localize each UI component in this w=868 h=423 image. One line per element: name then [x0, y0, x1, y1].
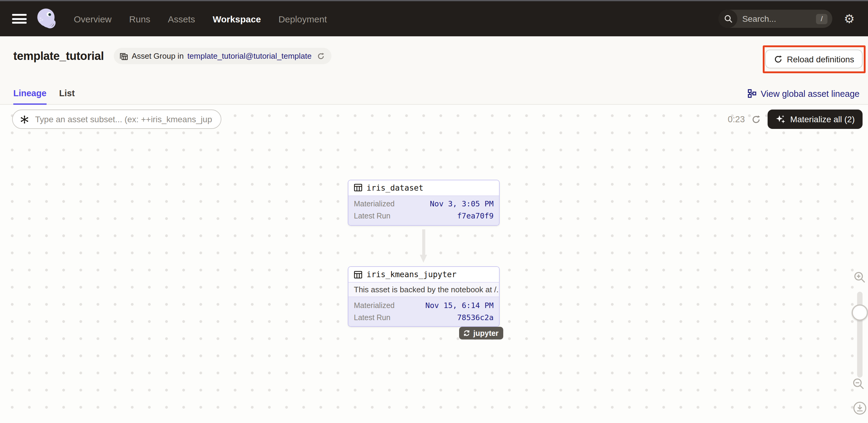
- stat-label: Latest Run: [354, 212, 391, 220]
- asset-group-label: Asset Group in: [131, 52, 184, 61]
- tab-bar: Lineage List: [13, 88, 75, 104]
- reload-location-icon[interactable]: [317, 52, 325, 60]
- asset-group-pill[interactable]: Asset Group in template_tutorial@tutoria…: [114, 48, 332, 64]
- asset-subset-input[interactable]: [34, 114, 214, 125]
- download-image-icon[interactable]: [853, 401, 867, 418]
- asset-node-iris-kmeans-jupyter[interactable]: iris_kmeans_jupyter This asset is backed…: [348, 266, 500, 327]
- zoom-slider[interactable]: [857, 291, 862, 377]
- stat-value[interactable]: Nov 15, 6:14 PM: [425, 300, 494, 309]
- sparkle-icon: [776, 114, 786, 124]
- nav-overview[interactable]: Overview: [74, 13, 112, 24]
- search-box[interactable]: /: [719, 10, 832, 28]
- nav-workspace[interactable]: Workspace: [213, 13, 261, 24]
- run-id-link[interactable]: 78536c2a: [457, 312, 494, 322]
- nav-deployment[interactable]: Deployment: [279, 13, 327, 24]
- asset-description: This asset is backed by the notebook at …: [348, 282, 499, 297]
- tab-list[interactable]: List: [59, 88, 75, 104]
- stat-label: Materialized: [354, 200, 395, 208]
- zoom-slider-handle[interactable]: [851, 304, 868, 321]
- tag-label: jupyter: [473, 329, 498, 337]
- lineage-edge-arrow: [420, 229, 428, 263]
- lineage-graph-icon: [747, 89, 756, 98]
- tab-lineage[interactable]: Lineage: [13, 88, 46, 104]
- search-shortcut-badge: /: [816, 13, 828, 24]
- op-selector-icon: [20, 115, 29, 124]
- page-title: template_tutorial: [13, 49, 104, 63]
- search-icon: [719, 10, 737, 28]
- materialized-row: Materialized Nov 3, 3:05 PM: [348, 198, 499, 210]
- latest-run-row: Latest Run f7ea70f9: [348, 210, 499, 222]
- refresh-icon[interactable]: [751, 114, 761, 124]
- code-location-link[interactable]: template_tutorial@tutorial_template: [187, 52, 311, 61]
- table-grid-icon: [354, 183, 362, 192]
- stat-label: Latest Run: [354, 313, 391, 322]
- asset-node-iris-dataset[interactable]: iris_dataset Materialized Nov 3, 3:05 PM…: [348, 179, 500, 225]
- annotation-highlight: Reload definitions: [763, 45, 865, 73]
- asset-group-table-icon: [119, 52, 128, 61]
- materialize-all-button[interactable]: Materialize all (2): [768, 110, 863, 129]
- menu-icon[interactable]: [12, 14, 27, 24]
- asset-name: iris_kmeans_jupyter: [367, 270, 456, 279]
- materialize-all-label: Materialize all (2): [790, 114, 855, 124]
- page-header: template_tutorial Asset Group in templat…: [0, 36, 868, 104]
- graph-toolbar-right: 0:23 Materialize all (2): [728, 110, 863, 129]
- zoom-in-icon[interactable]: [852, 271, 866, 286]
- primary-nav: Overview Runs Assets Workspace Deploymen…: [74, 13, 327, 24]
- dagster-app: Overview Runs Assets Workspace Deploymen…: [0, 0, 868, 423]
- reload-definitions-label: Reload definitions: [787, 54, 855, 64]
- table-grid-icon: [354, 270, 362, 279]
- top-navbar: Overview Runs Assets Workspace Deploymen…: [0, 0, 868, 36]
- dagster-logo: [35, 7, 58, 30]
- view-global-label: View global asset lineage: [761, 89, 860, 98]
- reload-definitions-button[interactable]: Reload definitions: [765, 50, 863, 68]
- settings-gear-icon[interactable]: ⚙: [844, 13, 855, 25]
- nav-assets[interactable]: Assets: [168, 13, 195, 24]
- zoom-out-icon[interactable]: [852, 377, 865, 393]
- asset-filter-box[interactable]: [12, 110, 221, 129]
- run-id-link[interactable]: f7ea70f9: [457, 211, 494, 220]
- refresh-countdown: 0:23: [728, 114, 745, 124]
- nav-runs[interactable]: Runs: [129, 13, 150, 24]
- stat-value[interactable]: Nov 3, 3:05 PM: [430, 199, 494, 208]
- view-global-asset-lineage-link[interactable]: View global asset lineage: [747, 89, 860, 98]
- asset-graph-canvas[interactable]: 0:23 Materialize all (2): [0, 104, 868, 423]
- search-input[interactable]: [737, 14, 816, 24]
- sync-arrows-icon: [462, 329, 470, 337]
- asset-name: iris_dataset: [367, 183, 424, 192]
- reload-icon: [774, 55, 783, 64]
- materialized-row: Materialized Nov 15, 6:14 PM: [348, 299, 499, 311]
- latest-run-row: Latest Run 78536c2a: [348, 311, 499, 323]
- compute-kind-tag-jupyter[interactable]: jupyter: [459, 327, 503, 339]
- stat-label: Materialized: [354, 301, 395, 309]
